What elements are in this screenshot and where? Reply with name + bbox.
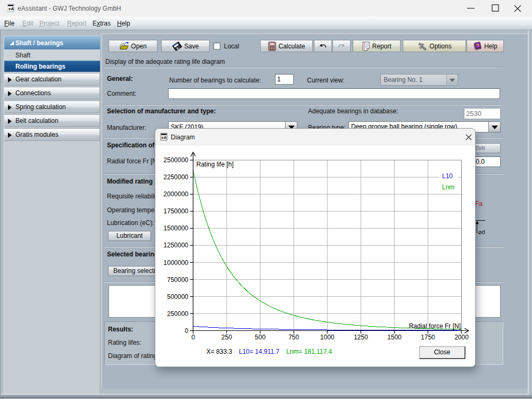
svg-text:1750: 1750 <box>421 334 435 341</box>
svg-text:500000: 500000 <box>167 293 188 301</box>
svg-text:2000: 2000 <box>454 334 469 341</box>
svg-text:eA: eA <box>9 6 14 11</box>
svg-text:1750000: 1750000 <box>163 207 188 215</box>
svg-text:L10: L10 <box>442 172 453 180</box>
svg-text:Radial force Fr [N]: Radial force Fr [N] <box>409 322 461 330</box>
svg-text:1250000: 1250000 <box>163 242 188 249</box>
svg-text:1500: 1500 <box>387 334 402 341</box>
svg-text:750: 750 <box>288 334 299 341</box>
svg-text:0: 0 <box>185 327 188 335</box>
svg-text:Rating life [h]: Rating life [h] <box>196 161 234 168</box>
svg-text:500: 500 <box>255 334 265 341</box>
svg-text:Lnm= 181,117.4: Lnm= 181,117.4 <box>286 348 332 355</box>
svg-text:2250000: 2250000 <box>163 173 188 181</box>
svg-text:Lnm: Lnm <box>442 184 454 191</box>
svg-text:750000: 750000 <box>167 276 188 284</box>
svg-text:2500000: 2500000 <box>163 156 188 164</box>
svg-text:L10= 14,911.7: L10= 14,911.7 <box>239 348 280 355</box>
svg-text:1000000: 1000000 <box>163 259 188 267</box>
svg-text:0: 0 <box>192 334 195 341</box>
svg-text:1000: 1000 <box>320 334 335 341</box>
svg-text:1500000: 1500000 <box>163 225 188 232</box>
svg-text:1250: 1250 <box>354 334 368 341</box>
svg-text:X= 833.3: X= 833.3 <box>206 348 232 355</box>
svg-text:250000: 250000 <box>167 310 188 318</box>
svg-text:250: 250 <box>221 334 232 341</box>
svg-text:2000000: 2000000 <box>163 190 188 198</box>
